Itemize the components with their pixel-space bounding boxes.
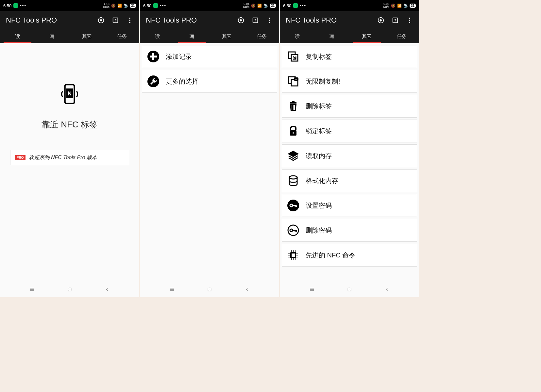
svg-point-16 <box>269 18 270 19</box>
svg-rect-41 <box>292 105 292 110</box>
svg-rect-68 <box>348 288 351 291</box>
svg-rect-43 <box>294 105 295 110</box>
cast-icon[interactable] <box>97 17 105 24</box>
tab-other[interactable]: 其它 <box>349 29 384 43</box>
help-icon[interactable]: ? <box>112 17 119 24</box>
nav-recent-icon[interactable] <box>169 286 175 293</box>
nav-bar <box>140 282 279 297</box>
nav-bar <box>0 282 139 297</box>
list-label: 无限制复制! <box>306 77 340 86</box>
status-bar: 6:50 ••• 0.03KB/s 🔕 📶 📡 31 <box>280 0 419 11</box>
svg-rect-21 <box>150 56 157 57</box>
menu-icon[interactable] <box>266 17 273 24</box>
tab-other[interactable]: 其它 <box>70 29 105 43</box>
copy-tag-item[interactable]: 复制标签 <box>282 45 417 68</box>
read-content: N 靠近 NFC 标签 PRO 欢迎来到 NFC Tools Pro 版本 <box>0 43 139 282</box>
wechat-icon <box>153 3 158 8</box>
wechat-icon <box>13 3 18 8</box>
more-options-item[interactable]: 更多的选择 <box>142 70 277 93</box>
svg-point-46 <box>289 176 297 179</box>
phone-screen-write: 6:50 ••• 0.04KB/s 🔕 📶 📡 31 NFC Tools PRO… <box>140 0 279 297</box>
notification-dots: ••• <box>20 3 26 8</box>
nav-back-icon[interactable] <box>104 286 110 293</box>
app-bar: NFC Tools PRO ? <box>140 11 279 29</box>
tab-read[interactable]: 读 <box>140 29 175 43</box>
status-time: 6:50 <box>3 3 11 8</box>
wrench-circle-icon <box>147 75 160 88</box>
lock-icon <box>287 124 300 138</box>
svg-rect-26 <box>208 288 211 291</box>
tab-tasks[interactable]: 任务 <box>245 29 279 43</box>
list-label: 锁定标签 <box>306 127 332 136</box>
svg-rect-52 <box>292 253 295 257</box>
delete-tag-item[interactable]: 删除标签 <box>282 95 417 118</box>
tab-tasks[interactable]: 任务 <box>384 29 419 43</box>
phone-screen-other: 6:50 ••• 0.03KB/s 🔕 📶 📡 31 NFC Tools PRO… <box>280 0 419 297</box>
cast-icon[interactable] <box>377 17 384 24</box>
svg-point-5 <box>129 22 130 23</box>
cast-icon[interactable] <box>237 17 245 24</box>
svg-rect-39 <box>290 102 296 104</box>
help-icon[interactable]: ? <box>392 17 399 24</box>
wifi-icon: 📡 <box>263 4 268 8</box>
tab-write[interactable]: 写 <box>315 29 350 43</box>
database-icon <box>287 174 300 187</box>
nav-recent-icon[interactable] <box>309 286 315 293</box>
nav-recent-icon[interactable] <box>29 286 35 293</box>
other-content: 复制标签 ∞ 无限制复制! 删除标签 锁定标签 读取内存 格式化内存 设置密码 <box>280 43 419 282</box>
svg-text:?: ? <box>114 19 116 23</box>
write-content: 添加记录 更多的选择 <box>140 43 279 282</box>
nav-back-icon[interactable] <box>384 286 390 293</box>
nav-home-icon[interactable] <box>66 286 73 293</box>
svg-point-32 <box>409 22 410 23</box>
layers-icon <box>287 149 300 162</box>
svg-point-50 <box>290 229 293 232</box>
svg-point-45 <box>293 132 294 134</box>
notification-dots: ••• <box>160 3 166 8</box>
tab-read[interactable]: 读 <box>280 29 315 43</box>
remove-password-item[interactable]: 删除密码 <box>282 219 417 242</box>
signal-icon: 📶 <box>397 4 402 8</box>
network-speed: 1.18KB/s <box>103 3 110 8</box>
svg-point-30 <box>409 18 410 19</box>
app-title: NFC Tools PRO <box>6 16 97 24</box>
tab-tasks[interactable]: 任务 <box>105 29 140 43</box>
tab-read[interactable]: 读 <box>0 29 35 43</box>
nav-back-icon[interactable] <box>244 286 250 293</box>
app-bar: NFC Tools PRO ? <box>280 11 419 29</box>
status-bar: 6:50 ••• 0.04KB/s 🔕 📶 📡 31 <box>140 0 279 11</box>
hero-text: 靠近 NFC 标签 <box>42 119 98 130</box>
read-memory-item[interactable]: 读取内存 <box>282 144 417 167</box>
nav-home-icon[interactable] <box>346 286 353 293</box>
tab-write[interactable]: 写 <box>35 29 70 43</box>
wechat-icon <box>293 3 298 8</box>
tab-other[interactable]: 其它 <box>210 29 245 43</box>
svg-point-31 <box>409 20 410 21</box>
format-memory-item[interactable]: 格式化内存 <box>282 169 417 192</box>
tab-bar: 读 写 其它 任务 <box>280 29 419 43</box>
welcome-card[interactable]: PRO 欢迎来到 NFC Tools Pro 版本 <box>10 150 129 165</box>
nav-bar <box>280 282 419 297</box>
status-time: 6:50 <box>143 3 151 8</box>
app-bar: NFC Tools PRO ? <box>0 11 139 29</box>
svg-point-17 <box>269 20 270 21</box>
infinite-copy-item[interactable]: ∞ 无限制复制! <box>282 70 417 93</box>
lock-tag-item[interactable]: 锁定标签 <box>282 120 417 142</box>
add-record-item[interactable]: 添加记录 <box>142 45 277 68</box>
tab-write[interactable]: 写 <box>175 29 210 43</box>
chip-icon <box>287 249 300 262</box>
svg-text:N: N <box>68 90 72 97</box>
set-password-item[interactable]: 设置密码 <box>282 194 417 217</box>
menu-icon[interactable] <box>406 17 413 24</box>
tab-bar: 读 写 其它 任务 <box>140 29 279 43</box>
menu-icon[interactable] <box>126 17 133 24</box>
plus-circle-icon <box>147 50 160 63</box>
mute-icon: 🔕 <box>251 4 256 8</box>
svg-point-3 <box>129 18 130 19</box>
list-label: 更多的选择 <box>166 77 198 86</box>
nav-home-icon[interactable] <box>206 286 213 293</box>
svg-rect-12 <box>68 288 71 291</box>
svg-point-4 <box>129 20 130 21</box>
advanced-nfc-item[interactable]: 先进的 NFC 命令 <box>282 244 417 267</box>
help-icon[interactable]: ? <box>252 17 259 24</box>
